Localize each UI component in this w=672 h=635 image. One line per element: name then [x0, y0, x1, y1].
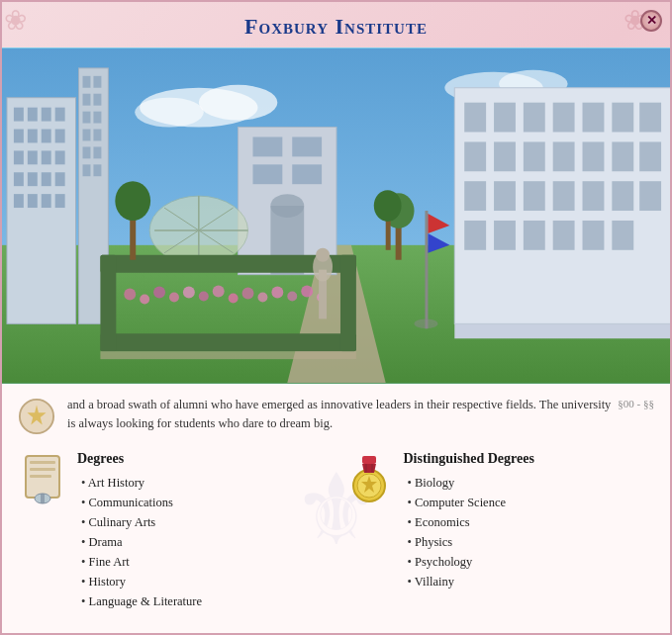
svg-point-114 [374, 190, 402, 222]
svg-rect-15 [28, 130, 38, 143]
svg-rect-65 [494, 141, 516, 171]
close-button[interactable]: ✕ [640, 10, 662, 32]
svg-rect-34 [93, 94, 101, 106]
list-item: Drama [77, 532, 202, 552]
degrees-title: Degrees [77, 451, 202, 467]
svg-rect-29 [55, 194, 65, 208]
svg-rect-62 [612, 103, 633, 133]
svg-rect-45 [292, 136, 322, 156]
svg-rect-20 [42, 150, 51, 164]
svg-point-99 [287, 292, 297, 302]
svg-point-3 [135, 98, 204, 128]
svg-rect-59 [524, 103, 545, 133]
svg-rect-60 [553, 103, 575, 133]
svg-rect-63 [639, 103, 661, 133]
degrees-column: Degrees Art History Communications Culin… [18, 451, 329, 611]
svg-point-100 [301, 286, 313, 298]
svg-rect-118 [30, 461, 55, 464]
svg-rect-105 [425, 211, 428, 328]
svg-rect-67 [553, 141, 575, 171]
svg-rect-19 [28, 150, 38, 164]
svg-point-97 [257, 293, 267, 303]
svg-rect-44 [252, 136, 282, 156]
svg-rect-57 [464, 103, 486, 133]
svg-rect-18 [14, 150, 24, 164]
svg-rect-74 [553, 181, 575, 211]
svg-rect-68 [583, 141, 605, 171]
svg-rect-71 [464, 181, 486, 211]
svg-rect-83 [612, 221, 633, 250]
svg-rect-87 [340, 255, 356, 351]
svg-rect-36 [93, 112, 101, 124]
svg-marker-126 [362, 464, 376, 473]
list-item: Language & Literature [77, 591, 202, 611]
svg-rect-23 [28, 172, 38, 186]
degrees-row: Degrees Art History Communications Culin… [2, 443, 670, 619]
list-item: Economics [404, 512, 534, 532]
svg-rect-79 [494, 221, 516, 250]
svg-rect-72 [494, 181, 516, 211]
svg-rect-40 [93, 146, 101, 158]
list-item: Fine Art [77, 552, 202, 572]
svg-point-89 [140, 295, 149, 305]
svg-rect-25 [55, 172, 65, 186]
svg-rect-78 [464, 221, 486, 250]
svg-point-94 [213, 286, 225, 298]
svg-rect-13 [55, 108, 65, 122]
svg-rect-125 [362, 456, 376, 464]
svg-point-92 [183, 287, 195, 299]
svg-rect-10 [14, 108, 24, 122]
svg-rect-61 [583, 103, 605, 133]
svg-rect-39 [83, 146, 91, 158]
svg-point-110 [115, 181, 150, 221]
svg-rect-86 [100, 255, 116, 351]
svg-rect-21 [55, 150, 65, 164]
degree-scroll-icon [18, 451, 67, 500]
enrollment-badge: §00 - §§ [618, 396, 654, 412]
svg-rect-77 [639, 181, 661, 211]
svg-rect-73 [524, 181, 545, 211]
degrees-icon-wrap: Degrees Art History Communications Culin… [18, 451, 329, 611]
svg-rect-69 [612, 141, 633, 171]
svg-point-108 [415, 318, 438, 328]
distinguished-column: Distinguished Degrees Biology Computer S… [344, 451, 655, 611]
distinguished-list: Biology Computer Science Economics Physi… [404, 473, 534, 591]
svg-rect-115 [100, 351, 355, 359]
svg-point-104 [316, 248, 330, 262]
svg-rect-41 [83, 164, 91, 176]
svg-rect-42 [93, 164, 101, 176]
modal-window: ❀ ❀ ❀ ❀ ✕ Foxbury Institute [0, 0, 672, 635]
svg-rect-66 [524, 141, 545, 171]
list-item: Villainy [404, 572, 534, 591]
svg-rect-58 [494, 103, 516, 133]
svg-rect-27 [28, 194, 38, 208]
svg-rect-24 [42, 172, 51, 186]
svg-rect-120 [30, 475, 51, 478]
campus-image [2, 47, 670, 384]
description-row: §00 - §§ and a broad swath of alumni who… [2, 384, 670, 443]
svg-rect-119 [30, 468, 55, 471]
svg-rect-14 [14, 130, 24, 143]
list-item: Culinary Arts [77, 512, 202, 532]
svg-rect-122 [41, 494, 45, 503]
description-text: §00 - §§ and a broad swath of alumni who… [67, 396, 654, 433]
list-item: History [77, 572, 202, 591]
svg-rect-35 [83, 112, 91, 124]
svg-point-88 [124, 289, 136, 301]
svg-rect-38 [93, 130, 101, 141]
svg-rect-12 [42, 108, 51, 122]
svg-rect-46 [252, 164, 282, 184]
svg-point-90 [153, 287, 165, 299]
svg-rect-31 [83, 76, 91, 88]
list-item: Biology [404, 473, 534, 493]
svg-rect-22 [14, 172, 24, 186]
school-badge-icon [18, 398, 55, 435]
svg-rect-47 [292, 164, 322, 184]
svg-rect-28 [42, 194, 51, 208]
list-item: Communications [77, 493, 202, 512]
svg-rect-33 [83, 94, 91, 106]
svg-point-98 [271, 287, 283, 299]
svg-point-91 [169, 293, 179, 303]
svg-rect-37 [83, 130, 91, 141]
distinguished-icon-wrap: Distinguished Degrees Biology Computer S… [344, 451, 655, 591]
